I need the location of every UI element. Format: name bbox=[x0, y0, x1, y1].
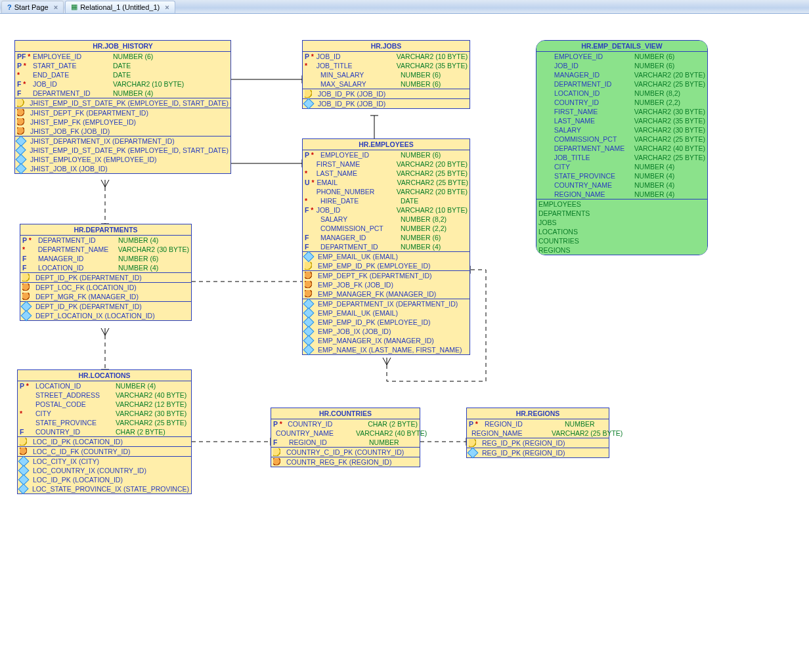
table-row[interactable]: STATE_PROVINCEVARCHAR2 (25 BYTE) bbox=[18, 418, 191, 427]
table-row[interactable]: P *DEPARTMENT_IDNUMBER (4) bbox=[20, 236, 191, 245]
table-row[interactable]: F *JOB_IDVARCHAR2 (10 BYTE) bbox=[303, 205, 470, 215]
table-row[interactable]: FDEPARTMENT_IDNUMBER (4) bbox=[303, 242, 470, 251]
table-row[interactable]: STATE_PROVINCENUMBER (4) bbox=[536, 171, 707, 180]
table-row[interactable]: LOC_COUNTRY_IX (COUNTRY_ID) bbox=[18, 466, 191, 475]
tab-relational[interactable]: ▦ Relational_1 (Untitled_1) × bbox=[65, 1, 175, 13]
table-row[interactable]: DEPT_LOC_FK (LOCATION_ID) bbox=[20, 283, 191, 292]
table-row[interactable]: P *LOCATION_IDNUMBER (4) bbox=[18, 381, 191, 390]
table-row[interactable]: CITYNUMBER (4) bbox=[536, 162, 707, 171]
table-row[interactable]: F *JOB_IDVARCHAR2 (10 BYTE) bbox=[15, 79, 230, 89]
table-row[interactable]: LOC_ID_PK (LOCATION_ID) bbox=[18, 475, 191, 484]
table-row[interactable]: REGION_NAMENUMBER (4) bbox=[536, 190, 707, 199]
close-icon[interactable]: × bbox=[165, 3, 169, 11]
table-row[interactable]: FMANAGER_IDNUMBER (6) bbox=[20, 254, 191, 263]
table-row[interactable]: MAX_SALARYNUMBER (6) bbox=[303, 79, 470, 89]
table-row[interactable]: REGIONS bbox=[536, 245, 707, 255]
table-row[interactable]: STREET_ADDRESSVARCHAR2 (40 BYTE) bbox=[18, 390, 191, 400]
table-row[interactable]: *CITYVARCHAR2 (30 BYTE) bbox=[18, 409, 191, 418]
table-row[interactable]: JHIST_JOB_IX (JOB_ID) bbox=[15, 164, 230, 173]
table-row[interactable]: MIN_SALARYNUMBER (6) bbox=[303, 70, 470, 79]
table-row[interactable]: EMP_EMAIL_UK (EMAIL) bbox=[303, 308, 470, 318]
table-row[interactable]: POSTAL_CODEVARCHAR2 (12 BYTE) bbox=[18, 400, 191, 409]
table-row[interactable]: COUNTRY_C_ID_PK (COUNTRY_ID) bbox=[271, 448, 420, 457]
table-row[interactable]: JOB_ID_PK (JOB_ID) bbox=[303, 99, 470, 108]
table-row[interactable]: LOC_STATE_PROVINCE_IX (STATE_PROVINCE) bbox=[18, 484, 191, 494]
table-row[interactable]: JOBS bbox=[536, 218, 707, 227]
table-row[interactable]: FDEPARTMENT_IDNUMBER (4) bbox=[15, 89, 230, 98]
table-row[interactable]: SALARYNUMBER (8,2) bbox=[303, 215, 470, 224]
table-row[interactable]: FREGION_IDNUMBER bbox=[271, 438, 420, 447]
table-row[interactable]: EMP_DEPT_FK (DEPARTMENT_ID) bbox=[303, 271, 470, 280]
table-job-history[interactable]: HR.JOB_HISTORY PF *EMPLOYEE_IDNUMBER (6)… bbox=[14, 40, 231, 174]
table-row[interactable]: DEPARTMENT_NAMEVARCHAR2 (40 BYTE) bbox=[536, 144, 707, 153]
view-emp-details[interactable]: HR.EMP_DETAILS_VIEW EMPLOYEE_IDNUMBER (6… bbox=[536, 40, 708, 255]
table-row[interactable]: DEPT_ID_PK (DEPARTMENT_ID) bbox=[20, 302, 191, 311]
table-row[interactable]: EMPLOYEES bbox=[536, 200, 707, 209]
table-row[interactable]: U *EMAILVARCHAR2 (25 BYTE) bbox=[303, 178, 470, 187]
table-row[interactable]: JOB_ID_PK (JOB_ID) bbox=[303, 89, 470, 98]
table-row[interactable]: EMP_EMP_ID_PK (EMPLOYEE_ID) bbox=[303, 261, 470, 270]
table-row[interactable]: JHIST_DEPARTMENT_IX (DEPARTMENT_ID) bbox=[15, 136, 230, 146]
table-row[interactable]: *JOB_TITLEVARCHAR2 (35 BYTE) bbox=[303, 61, 470, 70]
table-row[interactable]: EMPLOYEE_IDNUMBER (6) bbox=[536, 52, 707, 61]
table-row[interactable]: EMP_DEPARTMENT_IX (DEPARTMENT_ID) bbox=[303, 299, 470, 308]
table-row[interactable]: COUNTRIES bbox=[536, 236, 707, 245]
table-row[interactable]: FIRST_NAMEVARCHAR2 (30 BYTE) bbox=[536, 107, 707, 116]
table-row[interactable]: DEPT_LOCATION_IX (LOCATION_ID) bbox=[20, 311, 191, 320]
table-row[interactable]: DEPARTMENTS bbox=[536, 209, 707, 218]
table-row[interactable]: LOC_ID_PK (LOCATION_ID) bbox=[18, 437, 191, 446]
table-row[interactable]: EMP_JOB_IX (JOB_ID) bbox=[303, 327, 470, 336]
table-row[interactable]: JOB_TITLEVARCHAR2 (25 BYTE) bbox=[536, 153, 707, 162]
table-row[interactable]: PF *EMPLOYEE_IDNUMBER (6) bbox=[15, 52, 230, 61]
table-row[interactable]: LOC_CITY_IX (CITY) bbox=[18, 457, 191, 466]
table-row[interactable]: SALARYVARCHAR2 (30 BYTE) bbox=[536, 125, 707, 135]
table-row[interactable]: DEPARTMENT_IDVARCHAR2 (25 BYTE) bbox=[536, 79, 707, 89]
table-row[interactable]: JHIST_JOB_FK (JOB_ID) bbox=[15, 127, 230, 136]
table-jobs[interactable]: HR.JOBS P *JOB_IDVARCHAR2 (10 BYTE) *JOB… bbox=[302, 40, 470, 109]
table-row[interactable]: JOB_IDNUMBER (6) bbox=[536, 61, 707, 70]
table-locations[interactable]: HR.LOCATIONS P *LOCATION_IDNUMBER (4)STR… bbox=[17, 369, 192, 494]
diagram-canvas[interactable]: HR.JOB_HISTORY PF *EMPLOYEE_IDNUMBER (6)… bbox=[0, 14, 809, 670]
table-regions[interactable]: HR.REGIONS P *REGION_IDNUMBERREGION_NAME… bbox=[466, 408, 609, 458]
tab-start-page[interactable]: ? Start Page × bbox=[1, 1, 64, 13]
table-row[interactable]: EMP_MANAGER_FK (MANAGER_ID) bbox=[303, 289, 470, 299]
table-row[interactable]: LOCATIONS bbox=[536, 227, 707, 236]
table-row[interactable]: JHIST_EMPLOYEE_IX (EMPLOYEE_ID) bbox=[15, 155, 230, 164]
table-row[interactable]: EMP_NAME_IX (LAST_NAME, FIRST_NAME) bbox=[303, 345, 470, 354]
table-row[interactable]: COUNTRY_IDNUMBER (2,2) bbox=[536, 98, 707, 107]
table-row[interactable]: FMANAGER_IDNUMBER (6) bbox=[303, 233, 470, 242]
table-row[interactable]: LOCATION_IDNUMBER (8,2) bbox=[536, 89, 707, 98]
table-row[interactable]: FLOCATION_IDNUMBER (4) bbox=[20, 263, 191, 272]
table-row[interactable]: FCOUNTRY_IDCHAR (2 BYTE) bbox=[18, 427, 191, 436]
table-row[interactable]: COUNTRY_NAMENUMBER (4) bbox=[536, 180, 707, 190]
table-row[interactable]: DEPT_ID_PK (DEPARTMENT_ID) bbox=[20, 273, 191, 282]
table-row[interactable]: EMP_MANAGER_IX (MANAGER_ID) bbox=[303, 336, 470, 345]
table-row[interactable]: LAST_NAMEVARCHAR2 (35 BYTE) bbox=[536, 116, 707, 125]
table-row[interactable]: MANAGER_IDVARCHAR2 (20 BYTE) bbox=[536, 70, 707, 79]
table-row[interactable]: *LAST_NAMEVARCHAR2 (25 BYTE) bbox=[303, 169, 470, 178]
table-row[interactable]: P *START_DATEDATE bbox=[15, 61, 230, 70]
table-employees[interactable]: HR.EMPLOYEES P *EMPLOYEE_IDNUMBER (6)FIR… bbox=[302, 138, 470, 355]
table-row[interactable]: JHIST_EMP_ID_ST_DATE_PK (EMPLOYEE_ID, ST… bbox=[15, 98, 230, 108]
table-row[interactable]: *DEPARTMENT_NAMEVARCHAR2 (30 BYTE) bbox=[20, 245, 191, 254]
table-row[interactable]: REG_ID_PK (REGION_ID) bbox=[467, 438, 609, 448]
table-row[interactable]: DEPT_MGR_FK (MANAGER_ID) bbox=[20, 292, 191, 301]
table-departments[interactable]: HR.DEPARTMENTS P *DEPARTMENT_IDNUMBER (4… bbox=[20, 224, 192, 321]
table-row[interactable]: FIRST_NAMEVARCHAR2 (20 BYTE) bbox=[303, 159, 470, 169]
table-row[interactable]: COUNTR_REG_FK (REGION_ID) bbox=[271, 457, 420, 467]
table-row[interactable]: EMP_EMP_ID_PK (EMPLOYEE_ID) bbox=[303, 318, 470, 327]
table-row[interactable]: EMP_EMAIL_UK (EMAIL) bbox=[303, 252, 470, 261]
table-countries[interactable]: HR.COUNTRIES P *COUNTRY_IDCHAR (2 BYTE)C… bbox=[271, 408, 420, 467]
table-row[interactable]: COMMISSION_PCTNUMBER (2,2) bbox=[303, 224, 470, 233]
table-row[interactable]: *HIRE_DATEDATE bbox=[303, 196, 470, 205]
close-icon[interactable]: × bbox=[54, 3, 58, 11]
table-row[interactable]: *END_DATEDATE bbox=[15, 70, 230, 79]
table-row[interactable]: P *REGION_IDNUMBER bbox=[467, 419, 609, 429]
table-row[interactable]: P *EMPLOYEE_IDNUMBER (6) bbox=[303, 150, 470, 159]
table-row[interactable]: PHONE_NUMBERVARCHAR2 (20 BYTE) bbox=[303, 187, 470, 196]
table-row[interactable]: P *JOB_IDVARCHAR2 (10 BYTE) bbox=[303, 52, 470, 61]
table-row[interactable]: JHIST_DEPT_FK (DEPARTMENT_ID) bbox=[15, 108, 230, 117]
table-row[interactable]: LOC_C_ID_FK (COUNTRY_ID) bbox=[18, 447, 191, 456]
table-row[interactable]: REGION_NAMEVARCHAR2 (25 BYTE) bbox=[467, 429, 609, 438]
table-row[interactable]: COMMISSION_PCTVARCHAR2 (25 BYTE) bbox=[536, 135, 707, 144]
